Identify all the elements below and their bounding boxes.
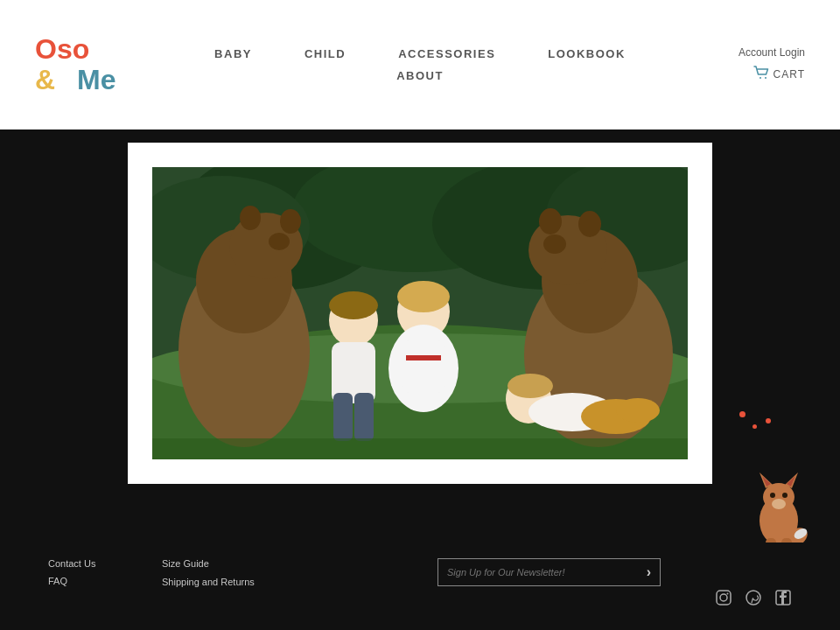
contact-us-link[interactable]: Contact Us xyxy=(48,558,162,569)
nav-accessories[interactable]: ACCESSORIES xyxy=(398,47,495,60)
logo-and-text: & xyxy=(35,65,55,95)
svg-point-20 xyxy=(543,234,566,254)
nav-bottom-row: ABOUT xyxy=(396,69,444,82)
fox-decoration xyxy=(744,464,814,551)
newsletter-input[interactable] xyxy=(447,567,647,578)
logo-me-text: Me xyxy=(77,65,116,95)
footer-inner: Contact Us FAQ Size Guide Shipping and R… xyxy=(0,542,840,630)
faq-link[interactable]: FAQ xyxy=(48,576,162,586)
svg-point-29 xyxy=(397,281,450,312)
svg-point-24 xyxy=(329,291,378,319)
svg-rect-26 xyxy=(333,393,353,441)
svg-point-22 xyxy=(578,211,601,237)
newsletter-submit-button[interactable]: › xyxy=(647,564,651,580)
newsletter-form[interactable]: › xyxy=(438,558,661,586)
svg-rect-52 xyxy=(717,591,731,605)
pinterest-icon[interactable] xyxy=(745,589,762,611)
footer: Contact Us FAQ Size Guide Shipping and R… xyxy=(0,542,840,630)
nav-top-row: BABY CHILD ACCESSORIES LOOKBOOK xyxy=(214,47,626,60)
svg-rect-31 xyxy=(402,340,445,393)
nav-about[interactable]: ABOUT xyxy=(396,69,444,82)
photo-frame xyxy=(128,143,712,484)
svg-point-21 xyxy=(539,208,562,234)
footer-col-2: Size Guide Shipping and Returns xyxy=(162,558,276,589)
logo-oso-text: Oso xyxy=(35,33,89,65)
hero-photo xyxy=(152,167,688,459)
svg-point-1 xyxy=(765,77,766,79)
cart-label: CART xyxy=(774,68,805,80)
nav-baby[interactable]: BABY xyxy=(214,47,252,60)
logo[interactable]: Oso & Me xyxy=(35,34,116,95)
svg-point-15 xyxy=(240,206,261,230)
svg-point-46 xyxy=(770,493,775,498)
nav-lookbook[interactable]: LOOKBOOK xyxy=(548,47,626,60)
footer-col-1: Contact Us FAQ xyxy=(48,558,162,586)
svg-point-53 xyxy=(720,594,727,601)
social-icons xyxy=(715,589,792,611)
svg-rect-27 xyxy=(354,393,374,441)
svg-point-54 xyxy=(727,593,729,595)
main-navigation: BABY CHILD ACCESSORIES LOOKBOOK ABOUT xyxy=(214,47,626,82)
svg-rect-38 xyxy=(152,438,688,459)
header: Oso & Me BABY CHILD ACCESSORIES LOOKBOOK… xyxy=(0,0,840,130)
svg-point-47 xyxy=(782,493,788,498)
cart-area[interactable]: CART xyxy=(753,66,805,83)
svg-rect-32 xyxy=(406,355,441,360)
size-guide-link[interactable]: Size Guide xyxy=(162,558,276,569)
account-login-link[interactable]: Account Login xyxy=(738,46,805,59)
hero-image-svg xyxy=(152,167,688,459)
nav-child[interactable]: CHILD xyxy=(304,47,346,60)
facebook-icon[interactable] xyxy=(774,589,792,611)
newsletter-section: › xyxy=(438,558,661,586)
svg-point-41 xyxy=(772,499,786,509)
svg-point-0 xyxy=(760,77,761,79)
svg-point-37 xyxy=(616,398,660,423)
fox-svg xyxy=(744,464,814,551)
cart-icon xyxy=(753,66,769,83)
instagram-icon[interactable] xyxy=(715,589,732,611)
svg-point-34 xyxy=(508,374,553,398)
svg-point-14 xyxy=(269,233,290,250)
main-content: Contact Us FAQ Size Guide Shipping and R… xyxy=(0,130,840,630)
svg-point-16 xyxy=(280,209,301,234)
shipping-returns-link[interactable]: Shipping and Returns xyxy=(162,576,276,589)
header-right: Account Login CART xyxy=(738,46,805,83)
